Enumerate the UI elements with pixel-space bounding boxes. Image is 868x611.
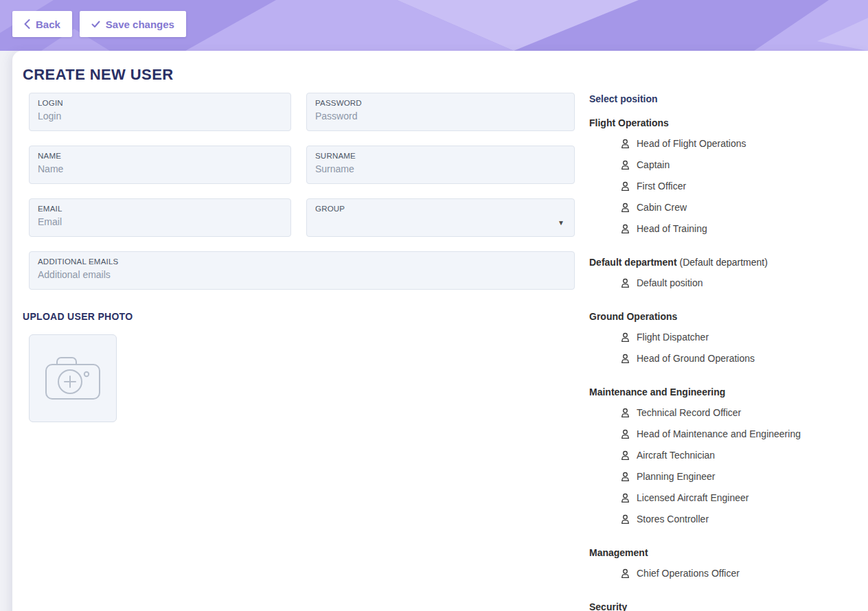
position-label: Planning Engineer: [637, 472, 715, 482]
position-item[interactable]: Licensed Aircraft Engineer: [589, 487, 852, 509]
department-section: Maintenance and EngineeringTechnical Rec…: [589, 386, 852, 530]
department-name: Ground Operations: [589, 310, 852, 323]
name-input[interactable]: [38, 163, 282, 174]
create-user-card: CREATE NEW USER LOGIN PASSWORD NAME: [12, 51, 868, 611]
position-item[interactable]: Planning Engineer: [589, 466, 852, 487]
position-label: First Officer: [637, 181, 686, 192]
position-label: Aircraft Technician: [637, 450, 715, 461]
department-section: ManagementChief Operations Officer: [589, 546, 852, 584]
page-title: CREATE NEW USER: [23, 66, 852, 84]
person-icon: [620, 568, 630, 579]
position-item[interactable]: Default position: [589, 273, 852, 294]
back-button-label: Back: [36, 19, 60, 30]
password-label: PASSWORD: [315, 99, 566, 107]
person-icon: [620, 472, 630, 482]
department-name: Maintenance and Engineering: [589, 386, 852, 399]
caret-down-icon: ▼: [558, 219, 564, 227]
department-name: Flight Operations: [589, 117, 852, 130]
additional-emails-label: ADDITIONAL EMAILS: [38, 257, 566, 266]
position-label: Chief Operations Officer: [637, 568, 740, 579]
camera-plus-icon: [44, 356, 102, 401]
surname-label: SURNAME: [315, 152, 566, 160]
position-item[interactable]: Flight Dispatcher: [589, 327, 852, 348]
position-label: Flight Dispatcher: [637, 332, 709, 343]
person-icon: [620, 450, 630, 461]
position-label: Default position: [637, 278, 703, 288]
person-icon: [620, 203, 630, 213]
position-item[interactable]: Aircraft Technician: [589, 445, 852, 466]
department-name: Security: [589, 601, 852, 611]
position-label: Head of Ground Operations: [637, 354, 755, 364]
position-item[interactable]: Chief Operations Officer: [589, 563, 852, 584]
person-icon: [620, 181, 630, 192]
login-input[interactable]: [38, 111, 282, 122]
person-icon: [620, 493, 630, 503]
surname-field[interactable]: SURNAME: [306, 146, 575, 184]
person-icon: [620, 354, 630, 364]
group-label: GROUP: [315, 205, 566, 213]
position-item[interactable]: Head of Training: [589, 218, 852, 240]
user-form: LOGIN PASSWORD NAME SURNAME: [23, 93, 575, 611]
department-section: Ground OperationsFlight DispatcherHead o…: [589, 310, 852, 369]
additional-emails-field[interactable]: ADDITIONAL EMAILS: [29, 251, 575, 290]
position-item[interactable]: Cabin Crew: [589, 197, 852, 218]
position-label: Licensed Aircraft Engineer: [637, 493, 749, 503]
person-icon: [620, 408, 630, 418]
departments-list: Flight OperationsHead of Flight Operatio…: [589, 117, 852, 611]
name-field[interactable]: NAME: [29, 146, 291, 184]
position-item[interactable]: Head of Maintenance and Engineering: [589, 424, 852, 445]
upload-photo-title: UPLOAD USER PHOTO: [23, 311, 575, 322]
toolbar: Back Save changes: [12, 11, 186, 37]
email-label: EMAIL: [38, 205, 282, 213]
save-changes-label: Save changes: [106, 19, 174, 30]
login-field[interactable]: LOGIN: [29, 93, 291, 131]
positions-panel: Select position Flight OperationsHead of…: [589, 93, 852, 611]
person-icon: [620, 514, 630, 524]
position-label: Stores Controller: [637, 514, 709, 524]
person-icon: [620, 224, 630, 234]
password-input[interactable]: [315, 111, 566, 122]
surname-input[interactable]: [315, 163, 566, 174]
select-position-title: Select position: [589, 93, 852, 106]
chevron-left-icon: [24, 19, 30, 29]
upload-photo-dropzone[interactable]: [29, 334, 117, 422]
position-item[interactable]: First Officer: [589, 176, 852, 197]
position-item[interactable]: Technical Record Officer: [589, 402, 852, 424]
position-label: Captain: [637, 160, 670, 170]
login-label: LOGIN: [38, 99, 282, 107]
person-icon: [620, 332, 630, 343]
top-header-band: Back Save changes: [0, 0, 868, 51]
name-label: NAME: [38, 152, 282, 160]
back-button[interactable]: Back: [12, 11, 72, 37]
additional-emails-input[interactable]: [38, 269, 566, 280]
position-item[interactable]: Head of Flight Operations: [589, 133, 852, 154]
department-section: Flight OperationsHead of Flight Operatio…: [589, 117, 852, 240]
position-label: Head of Flight Operations: [637, 139, 746, 149]
position-item[interactable]: Stores Controller: [589, 509, 852, 530]
person-icon: [620, 160, 630, 170]
group-select[interactable]: GROUP ▼: [306, 198, 575, 237]
position-label: Head of Maintenance and Engineering: [637, 429, 801, 439]
department-name: Management: [589, 546, 852, 560]
save-changes-button[interactable]: Save changes: [80, 11, 186, 37]
email-input[interactable]: [38, 216, 282, 227]
check-icon: [91, 21, 100, 28]
department-name: Default department (Default department): [589, 256, 852, 269]
position-label: Technical Record Officer: [637, 408, 741, 418]
department-name-suffix: (Default department): [677, 257, 768, 268]
person-icon: [620, 139, 630, 149]
position-item[interactable]: Head of Ground Operations: [589, 348, 852, 369]
position-label: Cabin Crew: [637, 203, 687, 213]
position-label: Head of Training: [637, 224, 707, 234]
department-section: Security: [589, 601, 852, 611]
password-field[interactable]: PASSWORD: [306, 93, 575, 131]
person-icon: [620, 429, 630, 439]
department-section: Default department (Default department)D…: [589, 256, 852, 294]
person-icon: [620, 278, 630, 288]
email-field[interactable]: EMAIL: [29, 198, 291, 237]
position-item[interactable]: Captain: [589, 154, 852, 176]
